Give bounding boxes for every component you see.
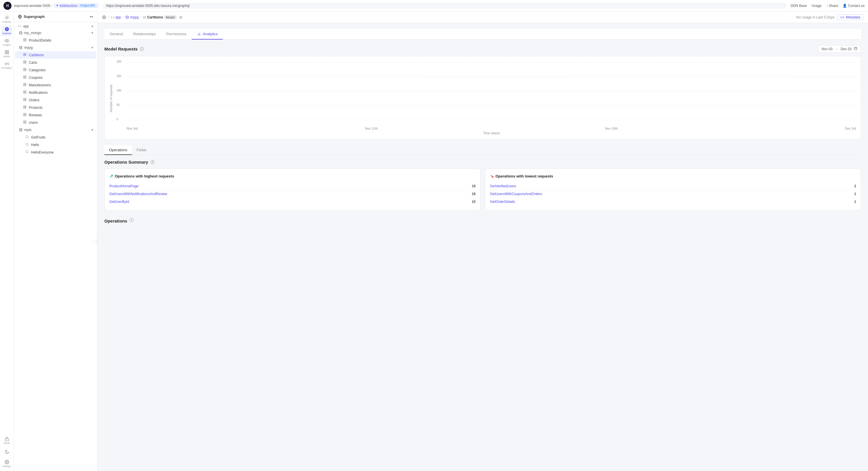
sidebar-item-products[interactable]: Products: [15, 104, 96, 111]
breadcrumb-globe[interactable]: [102, 15, 106, 19]
sidebar-item-cartitems[interactable]: CartItems: [15, 51, 96, 59]
reviews-icon: [23, 113, 27, 117]
get-users-notifs-link[interactable]: GetUsersWithNotificationsAndReview: [109, 192, 167, 196]
svg-rect-27: [25, 61, 26, 62]
svg-point-16: [20, 46, 22, 47]
sidebar-item-manufacturers[interactable]: Manufacturers: [15, 81, 96, 89]
manufacturers-icon: [23, 83, 27, 87]
sidebar-collapse-icon[interactable]: ▾: [90, 15, 93, 19]
icon-bar-explorer[interactable]: Explorer: [2, 25, 12, 36]
breadcrumb-model-icon: ⊟: [143, 15, 146, 19]
tab-permissions[interactable]: Permissions: [161, 29, 192, 39]
getfruits-search-icon: [25, 135, 29, 139]
share-link[interactable]: ↑ Share: [826, 4, 838, 8]
grid-label-100: 100: [117, 89, 121, 92]
product-homepage-count: 19: [472, 184, 475, 188]
sidebar-item-product-details[interactable]: ProductDetails: [15, 37, 96, 44]
breadcrumb-mypg[interactable]: mypg: [125, 15, 138, 19]
sidebar-subgroup-myts[interactable]: myts ▾: [14, 126, 97, 133]
highest-row-1: ProductHomePage 19: [109, 182, 475, 190]
product-details-label: ProductDetails: [29, 38, 51, 42]
coupons-label: Coupons: [29, 76, 43, 80]
sidebar-item-orders[interactable]: Orders: [15, 96, 96, 104]
breadcrumb-expand-icon[interactable]: ⊞: [179, 15, 182, 19]
icon-bar-graphql[interactable]: GraphQL: [2, 14, 12, 24]
icon-bar-insights-label: Insights: [3, 43, 11, 46]
helloeveryone-label: HelloEveryone: [31, 150, 54, 154]
svg-rect-55: [25, 113, 26, 115]
app-chevron-icon: ▾: [91, 24, 93, 28]
breadcrumb-sep-3: /: [141, 15, 142, 19]
sidebar-item-reviews[interactable]: Reviews: [15, 111, 96, 119]
get-user-byid-link[interactable]: GetUserById: [109, 200, 129, 204]
svg-rect-46: [24, 98, 25, 99]
icon-bar-settings[interactable]: Settings: [2, 458, 12, 469]
sidebar-item-users[interactable]: Users: [15, 119, 96, 126]
project-id-badge[interactable]: ✦ 65984e361b Project API: [54, 3, 99, 8]
sidebar-supergraph-label: Supergraph: [24, 14, 45, 19]
sidebar-item-carts[interactable]: Carts: [15, 59, 96, 66]
svg-rect-18: [25, 53, 25, 54]
svg-rect-20: [24, 54, 24, 55]
svg-rect-40: [24, 85, 25, 86]
breadcrumb-cartitems[interactable]: ⊟ CartItems Model: [143, 15, 176, 19]
myts-db-icon: [19, 128, 23, 131]
tab-general[interactable]: General: [104, 29, 128, 39]
x-label-dec3: Dec 3rd: [845, 127, 856, 130]
icon-bar-oauth[interactable]: OAuth: [2, 435, 12, 446]
breadcrumb-sep-1: /: [108, 15, 109, 19]
product-details-icon: [23, 38, 27, 42]
metadata-button[interactable]: </> Metadata: [837, 14, 863, 20]
chart-inner: 200 150 100 50: [115, 62, 856, 135]
sidebar-group-app[interactable]: app ▾: [14, 22, 97, 29]
usage-link[interactable]: Usage: [811, 4, 822, 8]
svg-rect-12: [24, 39, 25, 40]
model-requests-info-icon[interactable]: i: [140, 47, 144, 51]
svg-rect-56: [24, 115, 25, 116]
breadcrumb-app[interactable]: app: [111, 15, 121, 19]
ddn-base-link[interactable]: DDN Base: [791, 4, 807, 8]
svg-rect-30: [24, 68, 25, 69]
sidebar-item-notifications[interactable]: Notifications: [15, 89, 96, 96]
sidebar-item-hello[interactable]: Hello: [15, 141, 96, 148]
operations-info-icon[interactable]: i: [129, 218, 133, 222]
tab-analytics[interactable]: Analytics: [192, 29, 223, 39]
operations-summary-info-icon[interactable]: i: [151, 160, 155, 164]
date-range-picker[interactable]: Nov 03 → Dec 03: [818, 45, 861, 53]
icon-bar-explorer-label: Explorer: [3, 32, 11, 35]
get-verified-users-link[interactable]: GetVerifiedUsers: [490, 184, 516, 188]
sidebar-item-helloeveryone[interactable]: HelloEveryone: [15, 149, 96, 156]
svg-point-1: [6, 40, 7, 41]
contact-us-link[interactable]: 👤 Contact us: [843, 4, 865, 8]
ops-tab-operations[interactable]: Operations: [104, 145, 132, 155]
logo: H: [3, 2, 11, 10]
icon-bar-builds[interactable]: Builds: [2, 49, 12, 59]
icon-bar-insights[interactable]: Insights: [2, 37, 12, 47]
grid-label-50: 50: [117, 103, 120, 107]
get-order-details-link[interactable]: GetOrderDetails: [490, 200, 515, 204]
icon-bar-promptql[interactable]: PromptQL: [2, 60, 12, 70]
icon-bar-oauth-label: OAuth: [3, 442, 10, 444]
operations-bottom-title: Operations: [104, 218, 127, 224]
icon-bar-theme[interactable]: [2, 447, 12, 457]
sidebar-item-getfruits[interactable]: GetFruits: [15, 134, 96, 141]
tab-relationships[interactable]: Relationships: [128, 29, 161, 39]
project-name[interactable]: improved-airedale-5505: [14, 4, 51, 8]
highest-row-3: GetUserById 10: [109, 198, 475, 205]
ops-tabs: Operations Fields: [104, 145, 861, 155]
operations-summary-title: Operations Summary: [104, 159, 148, 165]
svg-rect-15: [25, 40, 26, 41]
url-bar[interactable]: [103, 3, 786, 9]
get-users-coupons-link[interactable]: GetUsersWithCouponsAndOrders: [490, 192, 542, 196]
svg-rect-13: [25, 39, 26, 40]
sidebar-item-coupons[interactable]: Coupons: [15, 74, 96, 81]
svg-rect-75: [855, 47, 857, 50]
breadcrumb-right: No Usage in Last 5 Days </> Metadata: [796, 14, 863, 20]
svg-rect-2: [5, 51, 7, 52]
ops-tab-fields[interactable]: Fields: [132, 145, 151, 155]
sidebar-subgroup-mypg[interactable]: mypg ▾: [14, 44, 97, 51]
sidebar-subgroup-my-mongo[interactable]: my_mongo ▾: [14, 29, 97, 36]
sidebar-item-categories[interactable]: Categories: [15, 66, 96, 73]
product-homepage-link[interactable]: ProductHomePage: [109, 184, 138, 188]
star-icon: ✦: [56, 4, 59, 7]
